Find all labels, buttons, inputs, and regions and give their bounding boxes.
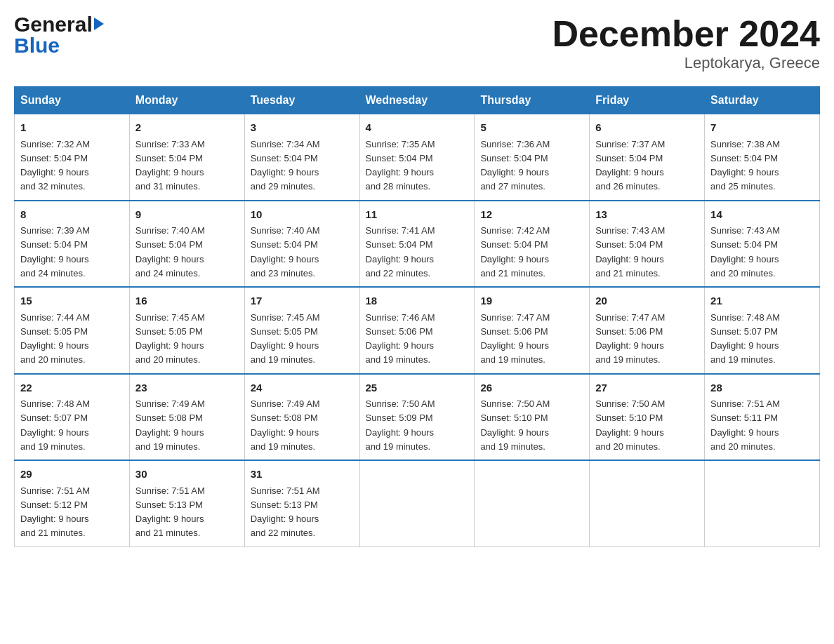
day-info: Sunrise: 7:50 AMSunset: 5:09 PMDaylight:…	[366, 398, 435, 452]
day-info: Sunrise: 7:51 AMSunset: 5:11 PMDaylight:…	[710, 398, 780, 452]
calendar-cell: 6 Sunrise: 7:37 AMSunset: 5:04 PMDayligh…	[590, 114, 705, 201]
column-header-monday: Monday	[129, 87, 244, 114]
day-number: 28	[710, 380, 814, 396]
page-subtitle: Leptokarya, Greece	[552, 54, 820, 72]
title-block: December 2024 Leptokarya, Greece	[552, 14, 820, 72]
column-header-saturday: Saturday	[705, 87, 820, 114]
calendar-cell: 13 Sunrise: 7:43 AMSunset: 5:04 PMDaylig…	[590, 201, 705, 288]
day-number: 1	[20, 120, 124, 136]
day-number: 15	[20, 293, 124, 309]
day-info: Sunrise: 7:40 AMSunset: 5:04 PMDaylight:…	[135, 225, 205, 279]
logo-general-text: General	[14, 14, 93, 35]
day-number: 22	[20, 380, 124, 396]
day-info: Sunrise: 7:34 AMSunset: 5:04 PMDaylight:…	[251, 139, 320, 192]
calendar-cell: 11 Sunrise: 7:41 AMSunset: 5:04 PMDaylig…	[359, 201, 475, 288]
day-info: Sunrise: 7:42 AMSunset: 5:04 PMDaylight:…	[480, 225, 550, 279]
day-info: Sunrise: 7:51 AMSunset: 5:13 PMDaylight:…	[135, 485, 205, 539]
calendar-cell: 16 Sunrise: 7:45 AMSunset: 5:05 PMDaylig…	[129, 287, 244, 374]
column-header-friday: Friday	[590, 87, 705, 114]
column-header-thursday: Thursday	[475, 87, 590, 114]
calendar-cell: 4 Sunrise: 7:35 AMSunset: 5:04 PMDayligh…	[359, 114, 475, 201]
calendar-cell: 29 Sunrise: 7:51 AMSunset: 5:12 PMDaylig…	[15, 460, 130, 546]
column-header-wednesday: Wednesday	[359, 87, 475, 114]
day-number: 5	[480, 120, 583, 136]
calendar-cell: 30 Sunrise: 7:51 AMSunset: 5:13 PMDaylig…	[129, 460, 244, 546]
calendar-cell: 25 Sunrise: 7:50 AMSunset: 5:09 PMDaylig…	[359, 374, 475, 461]
calendar-cell	[475, 460, 590, 546]
day-number: 24	[251, 380, 354, 396]
day-number: 30	[135, 467, 239, 483]
day-info: Sunrise: 7:40 AMSunset: 5:04 PMDaylight:…	[251, 225, 320, 279]
day-number: 9	[135, 207, 239, 223]
calendar-cell: 15 Sunrise: 7:44 AMSunset: 5:05 PMDaylig…	[15, 287, 130, 374]
day-number: 20	[595, 293, 699, 309]
calendar-cell: 14 Sunrise: 7:43 AMSunset: 5:04 PMDaylig…	[705, 201, 820, 288]
day-number: 29	[20, 467, 124, 483]
day-info: Sunrise: 7:47 AMSunset: 5:06 PMDaylight:…	[480, 312, 550, 365]
day-number: 13	[595, 207, 699, 223]
day-number: 7	[710, 120, 814, 136]
day-number: 31	[251, 467, 354, 483]
day-info: Sunrise: 7:35 AMSunset: 5:04 PMDaylight:…	[366, 139, 435, 192]
calendar-cell: 8 Sunrise: 7:39 AMSunset: 5:04 PMDayligh…	[15, 201, 130, 288]
calendar-cell: 9 Sunrise: 7:40 AMSunset: 5:04 PMDayligh…	[129, 201, 244, 288]
calendar-cell: 31 Sunrise: 7:51 AMSunset: 5:13 PMDaylig…	[244, 460, 359, 546]
calendar-cell: 7 Sunrise: 7:38 AMSunset: 5:04 PMDayligh…	[705, 114, 820, 201]
calendar-cell: 3 Sunrise: 7:34 AMSunset: 5:04 PMDayligh…	[244, 114, 359, 201]
day-info: Sunrise: 7:39 AMSunset: 5:04 PMDaylight:…	[20, 225, 90, 279]
day-number: 2	[135, 120, 239, 136]
day-number: 18	[366, 293, 469, 309]
calendar-week-row: 22 Sunrise: 7:48 AMSunset: 5:07 PMDaylig…	[15, 374, 820, 461]
calendar-cell: 2 Sunrise: 7:33 AMSunset: 5:04 PMDayligh…	[129, 114, 244, 201]
day-info: Sunrise: 7:51 AMSunset: 5:12 PMDaylight:…	[20, 485, 90, 539]
day-info: Sunrise: 7:50 AMSunset: 5:10 PMDaylight:…	[480, 398, 550, 452]
calendar-cell: 22 Sunrise: 7:48 AMSunset: 5:07 PMDaylig…	[15, 374, 130, 461]
calendar-cell: 23 Sunrise: 7:49 AMSunset: 5:08 PMDaylig…	[129, 374, 244, 461]
day-info: Sunrise: 7:46 AMSunset: 5:06 PMDaylight:…	[366, 312, 435, 365]
day-info: Sunrise: 7:43 AMSunset: 5:04 PMDaylight:…	[595, 225, 665, 279]
day-number: 6	[595, 120, 699, 136]
column-header-tuesday: Tuesday	[244, 87, 359, 114]
day-number: 23	[135, 380, 239, 396]
day-info: Sunrise: 7:48 AMSunset: 5:07 PMDaylight:…	[710, 312, 780, 365]
calendar-table: SundayMondayTuesdayWednesdayThursdayFrid…	[14, 86, 820, 547]
calendar-cell: 26 Sunrise: 7:50 AMSunset: 5:10 PMDaylig…	[475, 374, 590, 461]
day-info: Sunrise: 7:45 AMSunset: 5:05 PMDaylight:…	[251, 312, 320, 365]
calendar-cell: 19 Sunrise: 7:47 AMSunset: 5:06 PMDaylig…	[475, 287, 590, 374]
calendar-week-row: 8 Sunrise: 7:39 AMSunset: 5:04 PMDayligh…	[15, 201, 820, 288]
logo-arrow-icon	[94, 18, 104, 30]
calendar-cell: 18 Sunrise: 7:46 AMSunset: 5:06 PMDaylig…	[359, 287, 475, 374]
day-info: Sunrise: 7:47 AMSunset: 5:06 PMDaylight:…	[595, 312, 665, 365]
logo: General Blue	[14, 14, 104, 56]
calendar-week-row: 1 Sunrise: 7:32 AMSunset: 5:04 PMDayligh…	[15, 114, 820, 201]
day-number: 10	[251, 207, 354, 223]
calendar-cell	[590, 460, 705, 546]
day-number: 21	[710, 293, 814, 309]
day-number: 8	[20, 207, 124, 223]
calendar-week-row: 29 Sunrise: 7:51 AMSunset: 5:12 PMDaylig…	[15, 460, 820, 546]
calendar-cell: 28 Sunrise: 7:51 AMSunset: 5:11 PMDaylig…	[705, 374, 820, 461]
page-title: December 2024	[552, 14, 820, 54]
calendar-cell: 10 Sunrise: 7:40 AMSunset: 5:04 PMDaylig…	[244, 201, 359, 288]
day-info: Sunrise: 7:36 AMSunset: 5:04 PMDaylight:…	[480, 139, 550, 192]
logo-blue-text: Blue	[14, 35, 104, 56]
calendar-cell: 5 Sunrise: 7:36 AMSunset: 5:04 PMDayligh…	[475, 114, 590, 201]
calendar-header-row: SundayMondayTuesdayWednesdayThursdayFrid…	[15, 87, 820, 114]
day-number: 19	[480, 293, 583, 309]
day-info: Sunrise: 7:33 AMSunset: 5:04 PMDaylight:…	[135, 139, 205, 192]
day-info: Sunrise: 7:49 AMSunset: 5:08 PMDaylight:…	[135, 398, 205, 452]
day-number: 3	[251, 120, 354, 136]
calendar-cell: 24 Sunrise: 7:49 AMSunset: 5:08 PMDaylig…	[244, 374, 359, 461]
day-info: Sunrise: 7:38 AMSunset: 5:04 PMDaylight:…	[710, 139, 780, 192]
day-info: Sunrise: 7:41 AMSunset: 5:04 PMDaylight:…	[366, 225, 435, 279]
day-number: 26	[480, 380, 583, 396]
calendar-cell: 21 Sunrise: 7:48 AMSunset: 5:07 PMDaylig…	[705, 287, 820, 374]
calendar-week-row: 15 Sunrise: 7:44 AMSunset: 5:05 PMDaylig…	[15, 287, 820, 374]
day-info: Sunrise: 7:48 AMSunset: 5:07 PMDaylight:…	[20, 398, 90, 452]
day-number: 14	[710, 207, 814, 223]
day-number: 27	[595, 380, 699, 396]
day-info: Sunrise: 7:51 AMSunset: 5:13 PMDaylight:…	[251, 485, 320, 539]
day-info: Sunrise: 7:49 AMSunset: 5:08 PMDaylight:…	[251, 398, 320, 452]
day-info: Sunrise: 7:50 AMSunset: 5:10 PMDaylight:…	[595, 398, 665, 452]
day-number: 16	[135, 293, 239, 309]
